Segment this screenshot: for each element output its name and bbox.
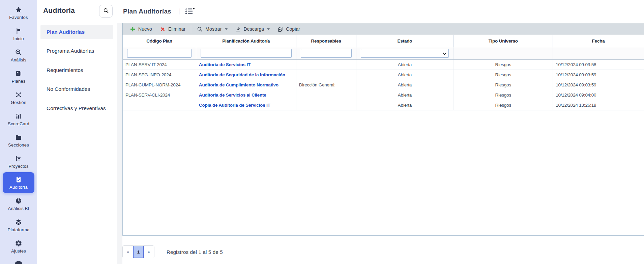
toolbar-separator [191, 25, 191, 33]
filter-input-responsables[interactable] [301, 49, 352, 58]
sidebar-item-no-conformidades[interactable]: No Conformidades [40, 82, 113, 96]
main-content: Plan Auditorías Nuevo Eliminar Mostrar D… [117, 0, 644, 264]
cell-estado: Abierta [356, 100, 454, 110]
sidebar-header: Auditoría [37, 0, 117, 18]
rail-items: Favoritos Inicio Análisis Planes Gestión… [0, 0, 37, 257]
rail-item-label: Análisis BI [8, 206, 29, 211]
rail-item-label: Gestión [11, 100, 26, 105]
table-row[interactable]: PLAN-SEG-INFO-2024Auditoría de Seguridad… [123, 70, 644, 80]
sidebar-menu: Plan AuditoríasPrograma AuditoríasRequer… [37, 25, 117, 115]
cell-planificacion-auditoria: Auditoría de Seguridad de la Información [196, 70, 296, 80]
app-root: Favoritos Inicio Análisis Planes Gestión… [0, 0, 644, 264]
cell-codigo-plan: PLAN-CUMPL-NORM-2024 [123, 80, 196, 90]
plan-link[interactable]: Copia de Auditoría de Servicios IT [199, 103, 270, 108]
x-icon [159, 26, 166, 32]
cell-responsables [296, 100, 356, 110]
toolbar-button-label: Descarga [244, 26, 264, 32]
rail-item-proyectos[interactable]: Proyectos [0, 151, 37, 172]
rail-item-secciones[interactable]: Secciones [0, 130, 37, 151]
table-row[interactable]: PLAN-CUMPL-NORM-2024Auditoría de Cumplim… [123, 80, 644, 90]
cell-responsables [296, 70, 356, 80]
sidebar-item-correctivas-y-preventivas[interactable]: Correctivas y Preventivas [40, 101, 113, 115]
cell-codigo-plan: PLAN-SEG-INFO-2024 [123, 70, 196, 80]
rail-item-gestion[interactable]: Gestión [0, 87, 37, 108]
rail-item-plataforma[interactable]: Plataforma [0, 214, 37, 236]
cell-estado: Abierta [356, 90, 454, 100]
cell-responsables [296, 60, 356, 70]
sidebar-item-requerimientos[interactable]: Requerimientos [40, 63, 113, 77]
rail-item-inicio[interactable]: Inicio [0, 23, 37, 45]
column-header-estado[interactable]: Estado [356, 35, 454, 47]
plan-link[interactable]: Auditoría de Seguridad de la Información [199, 72, 285, 77]
sidebar-search-button[interactable] [99, 5, 113, 18]
cell-planificacion-auditoria: Auditoría de Servicios al Cliente [196, 90, 296, 100]
column-header-responsables[interactable]: Responsables [296, 35, 356, 47]
star-icon [14, 6, 23, 14]
column-header-tipo-universo[interactable]: Tipo Universo [453, 35, 553, 47]
column-header-fecha[interactable]: Fecha [553, 35, 644, 47]
rail-item-label: Auditoría [9, 185, 28, 190]
filter-select-estado[interactable] [361, 49, 449, 58]
filter-cell-fecha [553, 47, 644, 59]
rail-item-analisis[interactable]: Análisis [0, 45, 37, 66]
module-sidebar: Auditoría Plan AuditoríasPrograma Audito… [37, 0, 117, 264]
rail-item-auditoria[interactable]: Auditoría [3, 172, 34, 193]
records-summary: Registros del 1 al 5 de 5 [167, 249, 223, 255]
sidebar-title: Auditoría [43, 5, 75, 15]
copy-icon [277, 26, 284, 32]
account-icon[interactable] [14, 261, 23, 264]
next-page-button[interactable]: » [144, 246, 154, 258]
chevron-down-icon [443, 51, 446, 55]
plans-icon [14, 70, 23, 78]
view-selector-button[interactable] [184, 7, 196, 17]
column-header-codigo-plan[interactable]: Código Plan [123, 35, 196, 47]
analysis-icon [14, 48, 23, 56]
cell-estado: Abierta [356, 70, 454, 80]
grid-filter-row [123, 47, 644, 60]
nuevo-button[interactable]: Nuevo [126, 24, 155, 34]
rail-item-ajustes[interactable]: Ajustes [0, 236, 37, 257]
table-row[interactable]: PLAN-SERV-CLI-2024Auditoría de Servicios… [123, 90, 644, 100]
page-titlebar: Plan Auditorías [117, 0, 644, 23]
plan-link[interactable]: Auditoría de Servicios al Cliente [199, 93, 266, 98]
mostrar-button[interactable]: Mostrar [193, 24, 231, 34]
table-row[interactable]: Copia de Auditoría de Servicios ITAbiert… [123, 100, 644, 110]
magnifier-icon [197, 26, 203, 32]
chevron-down-icon [225, 28, 228, 30]
rail-item-label: Plataforma [8, 227, 30, 232]
cell-estado: Abierta [356, 80, 454, 90]
rail-item-planes[interactable]: Planes [0, 66, 37, 87]
plan-link[interactable]: Auditoría de Servicios IT [199, 62, 251, 67]
cell-fecha: 10/12/2024 09:03:59 [553, 70, 644, 80]
toolbar-button-label: Eliminar [168, 26, 185, 32]
table-row[interactable]: PLAN-SERV-IT-2024Auditoría de Servicios … [123, 60, 644, 70]
rail-item-analisis-bi[interactable]: Análisis BI [0, 193, 37, 214]
sidebar-item-programa-auditorias[interactable]: Programa Auditorías [40, 44, 113, 58]
layers-icon [14, 218, 23, 226]
column-header-planificacion-auditoria[interactable]: Planificación Auditoría [196, 35, 296, 47]
magnifier-icon [103, 7, 109, 15]
toolbar-button-label: Copiar [286, 26, 300, 32]
cell-estado: Abierta [356, 60, 454, 70]
filter-cell-responsables [296, 47, 356, 59]
cell-tipo-universo: Riesgos [453, 80, 553, 90]
sidebar-item-plan-auditorias[interactable]: Plan Auditorías [40, 25, 113, 39]
copiar-button[interactable]: Copiar [274, 24, 303, 34]
filter-input-planificacion-auditoria[interactable] [201, 49, 292, 58]
cell-planificacion-auditoria: Auditoría de Servicios IT [196, 60, 296, 70]
plan-link[interactable]: Auditoría de Cumplimiento Normativo [199, 82, 279, 87]
rail-item-label: ScoreCard [8, 121, 29, 126]
filter-cell-estado [356, 47, 454, 59]
cell-responsables: Dirección General: [296, 80, 356, 90]
content-gutter [117, 23, 122, 264]
rail-item-favoritos[interactable]: Favoritos [0, 2, 37, 23]
prev-page-button[interactable]: « [123, 246, 133, 258]
page-title: Plan Auditorías [123, 8, 171, 15]
filter-input-codigo-plan[interactable] [127, 49, 192, 58]
descarga-button[interactable]: Descarga [232, 24, 273, 34]
rail-item-scorecard[interactable]: ScoreCard [0, 108, 37, 130]
rail-item-label: Ajustes [11, 248, 26, 254]
eliminar-button[interactable]: Eliminar [156, 24, 189, 34]
page-number-button[interactable]: 1 [133, 246, 144, 258]
cell-tipo-universo: Riesgos [453, 100, 553, 110]
